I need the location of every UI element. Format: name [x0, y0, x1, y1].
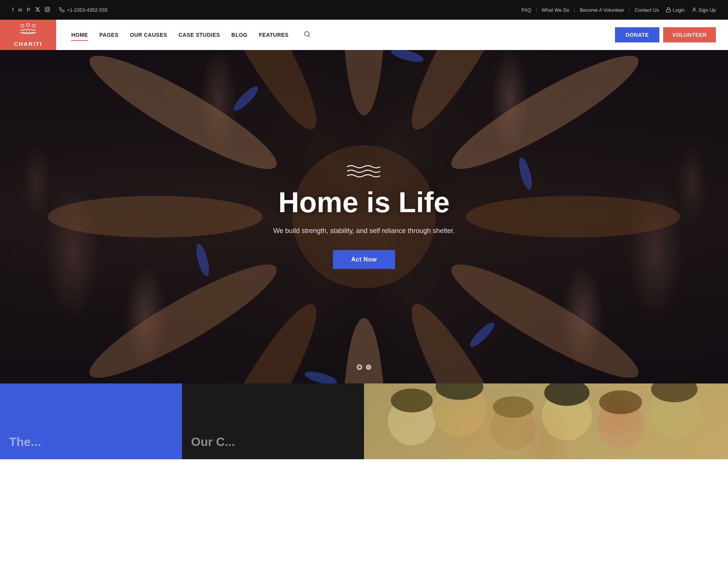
bottom-photo-svg: [364, 383, 728, 459]
svg-point-21: [80, 249, 287, 383]
slide-dot-1[interactable]: [357, 365, 362, 370]
topnav-what-we-do[interactable]: What We Do: [541, 7, 569, 13]
social-icons: f in P: [12, 7, 50, 13]
separator: |: [536, 7, 537, 13]
bottom-col-blue-text: The...: [9, 434, 41, 450]
nav-case-studies[interactable]: CASE STUDIES: [179, 30, 220, 39]
svg-point-7: [32, 24, 35, 27]
wave-decoration: [273, 164, 455, 178]
header: CHARITI HOME PAGES OUR CAUSES CASE STUDI…: [0, 20, 728, 50]
svg-point-26: [390, 50, 425, 64]
svg-point-23: [80, 50, 287, 184]
hero-subtitle: We build strength, stability, and self r…: [273, 225, 455, 236]
svg-point-17: [441, 249, 648, 383]
svg-point-41: [493, 396, 533, 418]
donate-button[interactable]: DONATE: [615, 27, 659, 42]
nav-our-causes[interactable]: OUR CAUSES: [130, 30, 167, 39]
slider-dots: [357, 365, 371, 370]
bottom-col-dark: Our C...: [182, 383, 364, 459]
svg-line-12: [309, 35, 310, 36]
svg-point-27: [516, 156, 534, 191]
twitter-icon[interactable]: [35, 7, 40, 13]
topnav-contact[interactable]: Contact Us: [635, 7, 659, 13]
bottom-preview: The... Our C...: [0, 383, 728, 459]
phone-number: +1-2353-4352-555: [59, 7, 107, 13]
top-bar: f in P +1-2353-4352-555 FAQ | What We Do…: [0, 0, 728, 20]
svg-point-29: [303, 369, 338, 383]
svg-point-4: [693, 8, 695, 10]
nav-blog[interactable]: BLOG: [231, 30, 247, 39]
svg-point-31: [231, 83, 261, 114]
separator: |: [574, 7, 575, 13]
hero-content: Home is Life We build strength, stabilit…: [266, 164, 463, 269]
svg-point-16: [466, 196, 681, 238]
svg-rect-0: [45, 7, 50, 12]
instagram-icon[interactable]: [45, 7, 50, 13]
hero-title: Home is Life: [273, 186, 455, 218]
svg-point-28: [467, 320, 497, 350]
svg-point-1: [46, 8, 49, 11]
signup-link[interactable]: Sign Up: [692, 7, 716, 13]
svg-point-22: [48, 196, 263, 238]
separator: |: [629, 7, 630, 13]
logo-box[interactable]: CHARITI: [0, 20, 56, 50]
svg-point-13: [343, 50, 385, 115]
wave-icon: [347, 164, 381, 178]
bottom-col-dark-text: Our C...: [191, 434, 235, 450]
svg-point-19: [343, 318, 385, 383]
login-link[interactable]: Login: [666, 7, 685, 13]
slide-dot-2[interactable]: [366, 365, 371, 370]
bottom-col-photo: [364, 383, 728, 459]
nav-features[interactable]: FEATURES: [259, 30, 289, 39]
volunteer-button[interactable]: VOLUNTEER: [663, 27, 716, 42]
search-icon-button[interactable]: [304, 31, 311, 39]
svg-point-2: [49, 8, 49, 8]
svg-point-6: [27, 23, 30, 27]
topnav-faq[interactable]: FAQ: [521, 7, 531, 13]
svg-point-39: [391, 388, 433, 412]
main-nav: HOME PAGES OUR CAUSES CASE STUDIES BLOG …: [71, 30, 615, 39]
svg-point-11: [304, 31, 309, 36]
header-buttons: DONATE VOLUNTEER: [615, 27, 716, 42]
svg-rect-3: [667, 9, 671, 12]
logo-icon: [19, 23, 38, 39]
topnav-volunteer[interactable]: Become A Volunteer: [580, 7, 624, 13]
act-now-button[interactable]: Act Now: [333, 250, 395, 269]
auth-links: Login Sign Up: [666, 7, 716, 13]
nav-home[interactable]: HOME: [71, 30, 88, 39]
linkedin-icon[interactable]: in: [18, 7, 22, 13]
top-bar-left: f in P +1-2353-4352-555: [12, 7, 107, 13]
bottom-col-blue: The...: [0, 383, 182, 459]
logo-name: CHARITI: [14, 41, 42, 47]
svg-point-15: [441, 50, 648, 184]
facebook-icon[interactable]: f: [12, 7, 14, 13]
top-bar-right: FAQ | What We Do | Become A Volunteer | …: [521, 7, 716, 13]
svg-point-5: [21, 24, 24, 27]
pinterest-icon[interactable]: P: [27, 7, 30, 13]
nav-pages[interactable]: PAGES: [99, 30, 118, 39]
svg-point-30: [194, 242, 212, 277]
svg-point-43: [599, 390, 642, 414]
hero-section: Home is Life We build strength, stabilit…: [0, 50, 728, 383]
